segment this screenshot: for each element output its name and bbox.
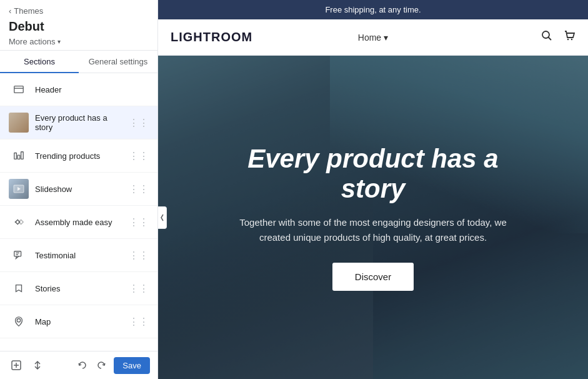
nav-menu: Home ▾: [272, 33, 474, 43]
section-item-product-story[interactable]: Every product has a story ⋮⋮: [0, 106, 157, 139]
section-item-slideshow[interactable]: Slideshow ⋮⋮: [0, 173, 157, 206]
nav-item-home[interactable]: Home ▾: [358, 33, 388, 43]
theme-title: Debut: [9, 18, 149, 34]
section-item-map[interactable]: Map ⋮⋮: [0, 305, 157, 338]
svg-rect-3: [17, 155, 20, 159]
section-item-assembly[interactable]: Assembly made easy ⋮⋮: [0, 206, 157, 239]
sections-list: Header Every product has a story ⋮⋮ Tren…: [0, 73, 157, 351]
add-section-button[interactable]: [7, 356, 25, 374]
bottom-bar: Save: [0, 351, 157, 379]
section-thumb-product: [9, 113, 29, 133]
undo-redo-group: [74, 356, 110, 374]
tab-general-settings[interactable]: General settings: [79, 51, 157, 73]
announcement-text: Free shipping, at any time.: [325, 5, 421, 14]
nav-logo: LIGHTROOM: [171, 30, 272, 44]
map-icon: [9, 311, 29, 331]
header-icon: [9, 79, 29, 99]
svg-point-17: [571, 39, 572, 40]
stories-icon: [9, 278, 29, 298]
more-actions-button[interactable]: More actions ▾: [9, 37, 149, 46]
back-label: Themes: [14, 6, 43, 16]
app-container: ‹ Themes Debut More actions ▾ Sections G…: [0, 0, 588, 379]
left-header: ‹ Themes Debut More actions ▾: [0, 0, 157, 51]
hero-content: Every product has a story Together with …: [217, 131, 529, 304]
section-label-product-story: Every product has a story: [35, 113, 122, 132]
svg-point-16: [567, 39, 569, 40]
save-button[interactable]: Save: [114, 357, 150, 374]
back-chevron-icon: ‹: [9, 6, 11, 16]
assembly-icon: [9, 212, 29, 232]
nav-icons: [474, 29, 576, 45]
svg-point-10: [17, 319, 20, 322]
trending-icon: [9, 146, 29, 166]
section-item-header[interactable]: Header: [0, 73, 157, 106]
drag-handle-slideshow[interactable]: ⋮⋮: [129, 183, 149, 195]
section-label-trending: Trending products: [35, 151, 122, 161]
drag-handle-trending[interactable]: ⋮⋮: [129, 150, 149, 162]
back-link[interactable]: ‹ Themes: [9, 6, 149, 16]
section-label-slideshow: Slideshow: [35, 184, 122, 194]
tab-sections[interactable]: Sections: [0, 51, 79, 73]
undo-button[interactable]: [74, 356, 91, 374]
section-label-assembly: Assembly made easy: [35, 218, 122, 227]
section-label-header: Header: [35, 85, 149, 94]
section-label-map: Map: [35, 317, 122, 326]
hero-title: Every product has a story: [229, 144, 517, 205]
drag-handle-product-story[interactable]: ⋮⋮: [129, 117, 149, 129]
preview-nav: LIGHTROOM Home ▾: [158, 19, 588, 56]
svg-line-15: [549, 38, 552, 41]
hero-section: Every product has a story Together with …: [158, 56, 588, 379]
drag-handle-testimonial[interactable]: ⋮⋮: [129, 250, 149, 261]
svg-rect-7: [14, 251, 21, 256]
testimonial-icon: [9, 245, 29, 265]
section-label-stories: Stories: [35, 284, 122, 293]
section-thumb-slideshow: [9, 179, 29, 199]
search-nav-icon[interactable]: [541, 29, 553, 45]
svg-rect-2: [14, 153, 17, 159]
section-item-testimonial[interactable]: Testimonial ⋮⋮: [0, 239, 157, 272]
svg-point-14: [542, 31, 549, 38]
section-item-stories[interactable]: Stories ⋮⋮: [0, 272, 157, 305]
cart-nav-icon[interactable]: [563, 29, 576, 45]
preview-area: Free shipping, at any time. LIGHTROOM Ho…: [158, 0, 588, 379]
drag-handle-assembly[interactable]: ⋮⋮: [129, 216, 149, 228]
svg-rect-0: [14, 86, 23, 93]
more-actions-label: More actions: [9, 37, 55, 46]
section-item-trending[interactable]: Trending products ⋮⋮: [0, 139, 157, 173]
tabs-bar: Sections General settings: [0, 51, 157, 73]
drag-handle-stories[interactable]: ⋮⋮: [129, 283, 149, 295]
more-actions-caret-icon: ▾: [57, 38, 61, 45]
announcement-bar: Free shipping, at any time.: [158, 0, 588, 19]
collapse-panel-handle[interactable]: [158, 206, 167, 229]
redo-button[interactable]: [92, 356, 110, 374]
section-label-testimonial: Testimonial: [35, 251, 122, 260]
drag-handle-map[interactable]: ⋮⋮: [129, 316, 149, 328]
left-panel: ‹ Themes Debut More actions ▾ Sections G…: [0, 0, 158, 379]
hero-discover-button[interactable]: Discover: [332, 263, 414, 291]
move-section-button[interactable]: [29, 356, 46, 374]
svg-rect-4: [21, 152, 24, 159]
hero-subtitle: Together with some of the most engaging …: [229, 215, 517, 245]
